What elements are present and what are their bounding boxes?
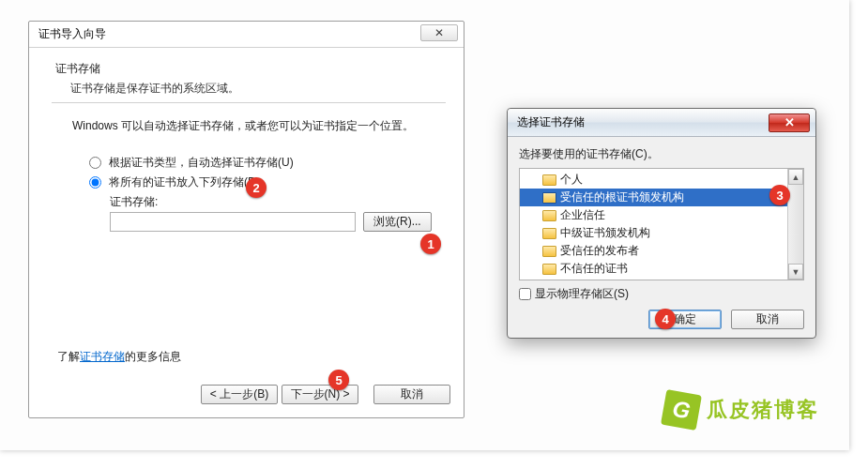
- close-button[interactable]: ✕: [420, 24, 458, 41]
- store-path-row: 浏览(R)...: [110, 212, 437, 232]
- radio-auto-input[interactable]: [89, 157, 101, 169]
- close-icon: ✕: [434, 26, 444, 39]
- scroll-down-icon[interactable]: ▼: [788, 264, 803, 280]
- tree-item-label: 企业信任: [560, 207, 605, 223]
- radio-manual-input[interactable]: [89, 176, 101, 189]
- brand-name: 瓜皮猪博客: [707, 396, 819, 424]
- callout-badge-4: 4: [655, 309, 676, 329]
- wizard-title: 证书导入向导: [38, 26, 106, 42]
- tree-item[interactable]: 不信任的证书: [520, 260, 803, 278]
- tree-item-label: 中级证书颁发机构: [560, 225, 650, 241]
- browse-button[interactable]: 浏览(R)...: [363, 212, 432, 232]
- close-icon: ✕: [784, 115, 795, 129]
- section-subtitle: 证书存储是保存证书的系统区域。: [70, 81, 437, 97]
- store-path-label: 证书存储:: [110, 194, 437, 210]
- folder-icon: [542, 228, 556, 239]
- select-cert-store-dialog: 选择证书存储 ✕ 选择要使用的证书存储(C)。 个人受信任的根证书颁发机构企业信…: [507, 108, 816, 339]
- cancel-button[interactable]: 取消: [373, 385, 450, 404]
- picker-cancel-button[interactable]: 取消: [731, 310, 804, 329]
- learn-more-line: 了解证书存储的更多信息: [57, 349, 181, 365]
- back-button[interactable]: < 上一步(B): [201, 385, 278, 404]
- learn-more-link[interactable]: 证书存储: [80, 350, 125, 363]
- cert-import-wizard-dialog: 证书导入向导 ✕ 证书存储 证书存储是保存证书的系统区域。 Windows 可以…: [28, 21, 464, 418]
- section-title: 证书存储: [55, 61, 437, 77]
- tree-item-label: 受信任的根证书颁发机构: [560, 189, 684, 205]
- tree-item[interactable]: 中级证书颁发机构: [520, 224, 803, 242]
- wizard-footer: < 上一步(B) 下一步(N) > 取消: [201, 385, 450, 404]
- show-physical-checkbox[interactable]: 显示物理存储区(S): [519, 286, 804, 302]
- radio-auto-select[interactable]: 根据证书类型，自动选择证书存储(U): [89, 155, 437, 171]
- folder-icon: [542, 246, 556, 257]
- wizard-titlebar[interactable]: 证书导入向导 ✕: [29, 22, 464, 48]
- picker-title: 选择证书存储: [517, 114, 585, 130]
- tree-item-label: 不信任的证书: [560, 261, 628, 277]
- folder-icon: [542, 192, 556, 204]
- divider: [52, 102, 446, 103]
- screenshot-canvas: 证书导入向导 ✕ 证书存储 证书存储是保存证书的系统区域。 Windows 可以…: [0, 0, 849, 450]
- folder-icon: [542, 264, 556, 275]
- wizard-body: 证书存储 证书存储是保存证书的系统区域。 Windows 可以自动选择证书存储，…: [29, 48, 464, 232]
- picker-close-button[interactable]: ✕: [769, 113, 810, 132]
- tree-item[interactable]: 受信任的根证书颁发机构: [520, 189, 803, 206]
- info-text: Windows 可以自动选择证书存储，或者您可以为证书指定一个位置。: [72, 118, 437, 134]
- picker-titlebar[interactable]: 选择证书存储 ✕: [508, 109, 815, 137]
- callout-badge-5: 5: [328, 370, 349, 390]
- tree-item[interactable]: 受信任的发布者: [520, 242, 803, 260]
- tree-item-label: 个人: [560, 172, 583, 188]
- learn-prefix: 了解: [57, 350, 80, 363]
- callout-badge-1: 1: [420, 234, 441, 254]
- scrollbar[interactable]: ▲ ▼: [787, 169, 803, 280]
- show-physical-input[interactable]: [519, 288, 531, 300]
- tree-item-label: 受信任的发布者: [560, 243, 639, 259]
- radio-manual-label: 将所有的证书放入下列存储(P): [109, 174, 259, 190]
- picker-prompt: 选择要使用的证书存储(C)。: [519, 146, 804, 162]
- callout-badge-2: 2: [246, 177, 266, 198]
- brand-mark-icon: G: [661, 389, 702, 431]
- scroll-up-icon[interactable]: ▲: [788, 169, 803, 185]
- store-path-input[interactable]: [110, 212, 356, 232]
- cert-store-tree[interactable]: 个人受信任的根证书颁发机构企业信任中级证书颁发机构受信任的发布者不信任的证书 ▲…: [519, 168, 804, 280]
- callout-badge-3: 3: [769, 185, 790, 205]
- tree-item[interactable]: 企业信任: [520, 206, 803, 224]
- folder-icon: [542, 174, 556, 186]
- learn-suffix: 的更多信息: [125, 350, 181, 363]
- next-button[interactable]: 下一步(N) >: [282, 385, 358, 404]
- brand-logo: G 瓜皮猪博客: [663, 392, 819, 428]
- radio-auto-label: 根据证书类型，自动选择证书存储(U): [109, 155, 294, 171]
- tree-item[interactable]: 个人: [520, 171, 803, 189]
- folder-icon: [542, 210, 556, 221]
- show-physical-label: 显示物理存储区(S): [535, 286, 629, 302]
